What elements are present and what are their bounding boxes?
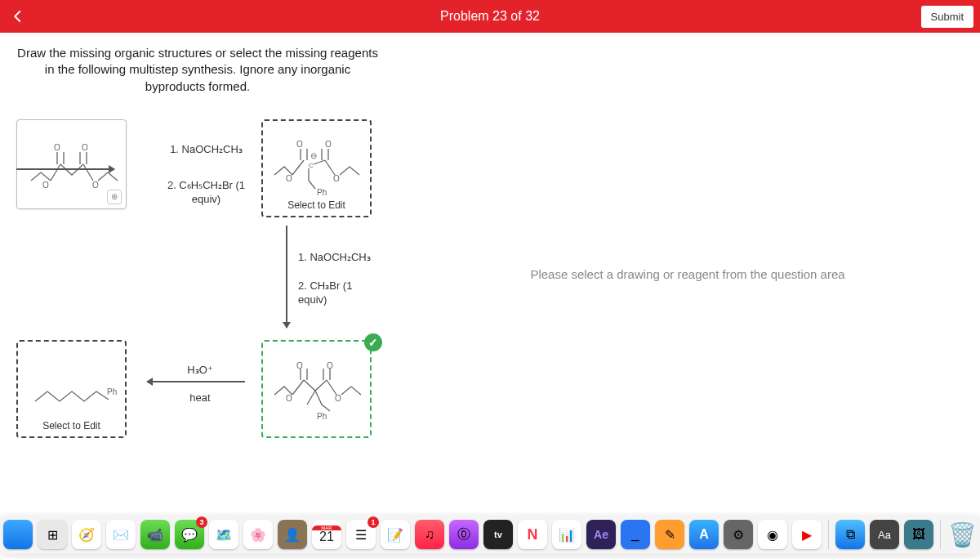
dock-item-news[interactable]: N bbox=[518, 520, 547, 549]
dock-item-finder[interactable] bbox=[3, 520, 33, 549]
reaction-arrow-2 bbox=[286, 226, 287, 328]
svg-text:Ph: Ph bbox=[107, 387, 117, 396]
dock: ⊞🧭✉️📹💬3🗺️🌸👤MAR21☰1📝♫⓪tvN📊Ae⎯✎A⚙◉▶⧉Aa🖼🗑️ bbox=[0, 515, 980, 554]
reagent-step1-line1: 1. NaOCH₂CH₃ bbox=[155, 142, 257, 157]
dock-item-calendar[interactable]: MAR21 bbox=[312, 520, 341, 549]
molecule-benzyl-malonate-icon: OO ⊖ O C O Ph bbox=[268, 136, 366, 201]
dock-item-facetime[interactable]: 📹 bbox=[140, 520, 170, 549]
reagent-step3-line1: H₃O⁺ bbox=[176, 363, 225, 378]
dock-item-mail[interactable]: ✉️ bbox=[106, 520, 136, 549]
dock-item-preview[interactable]: 🖼 bbox=[904, 520, 933, 549]
reagent-step2-line1: 1. NaOCH₂CH₃ bbox=[298, 250, 371, 265]
dock-separator bbox=[828, 520, 829, 549]
question-panel: Draw the missing organic structures or s… bbox=[0, 33, 395, 515]
synthesis-diagram: OO O O ⊕ 1. NaOCH₂CH₃ 2. C₆H₅CH₂Br (1 eq… bbox=[16, 119, 392, 471]
svg-text:O: O bbox=[325, 140, 332, 149]
dock-item-numbers[interactable]: 📊 bbox=[552, 520, 581, 549]
svg-text:O: O bbox=[92, 181, 99, 190]
body: Draw the missing organic structures or s… bbox=[0, 33, 980, 515]
select-to-edit-label-1: Select to Edit bbox=[263, 199, 370, 211]
calendar-day: 21 bbox=[319, 530, 334, 543]
badge: 3 bbox=[196, 517, 207, 528]
structure-intermediate-2[interactable]: OO O O Ph bbox=[261, 340, 372, 438]
svg-text:O: O bbox=[333, 174, 340, 183]
select-to-edit-label-2: Select to Edit bbox=[18, 420, 125, 432]
molecule-malonate-icon: OO O O bbox=[23, 136, 121, 193]
question-text: Draw the missing organic structures or s… bbox=[16, 45, 379, 95]
dock-item-trash[interactable]: 🗑️ bbox=[947, 520, 977, 549]
dock-item-notes[interactable]: 📝 bbox=[381, 520, 410, 549]
svg-text:O: O bbox=[335, 394, 341, 403]
dock-item-after-effects[interactable]: Ae bbox=[586, 520, 616, 549]
dock-item-maps[interactable]: 🗺️ bbox=[209, 520, 238, 549]
dock-item-keynote[interactable]: ⎯ bbox=[621, 520, 650, 549]
structure-product[interactable]: Ph Select to Edit bbox=[16, 340, 127, 438]
dock-item-font-book[interactable]: Aa bbox=[870, 520, 899, 549]
dock-item-music[interactable]: ♫ bbox=[415, 520, 444, 549]
submit-button[interactable]: Submit bbox=[921, 6, 973, 28]
dock-separator-2 bbox=[940, 520, 941, 549]
badge: 1 bbox=[368, 517, 379, 528]
svg-text:⊖: ⊖ bbox=[310, 151, 317, 160]
svg-text:Ph: Ph bbox=[317, 188, 327, 197]
reaction-arrow-1 bbox=[16, 168, 114, 170]
svg-text:O: O bbox=[54, 143, 60, 152]
molecule-methyl-benzyl-malonate-icon: OO O O Ph bbox=[268, 354, 366, 423]
dock-item-settings[interactable]: ⚙ bbox=[724, 520, 753, 549]
dock-item-podcasts[interactable]: ⓪ bbox=[449, 520, 479, 549]
svg-text:O: O bbox=[42, 181, 49, 190]
dock-item-chrome[interactable]: ◉ bbox=[758, 520, 787, 549]
dock-item-screensharing[interactable]: ⧉ bbox=[835, 520, 865, 549]
arrow-left-icon bbox=[11, 9, 25, 24]
svg-text:O: O bbox=[286, 394, 292, 403]
dock-item-tv[interactable]: tv bbox=[483, 520, 513, 549]
dock-item-pages[interactable]: ✎ bbox=[655, 520, 684, 549]
dock-item-photos[interactable]: 🌸 bbox=[243, 520, 273, 549]
svg-text:O: O bbox=[296, 140, 303, 149]
svg-text:O: O bbox=[286, 174, 292, 183]
reagent-step2-line2: 2. CH₃Br (1 equiv) bbox=[298, 279, 368, 307]
zoom-icon[interactable]: ⊕ bbox=[107, 190, 122, 204]
editor-placeholder-text: Please select a drawing or reagent from … bbox=[530, 267, 844, 281]
editor-panel: Please select a drawing or reagent from … bbox=[395, 33, 980, 515]
dock-item-messages[interactable]: 💬3 bbox=[175, 520, 204, 549]
dock-item-contacts[interactable]: 👤 bbox=[278, 520, 307, 549]
reagent-step1-line2: 2. C₆H₅CH₂Br (1 equiv) bbox=[155, 178, 257, 207]
svg-text:Ph: Ph bbox=[317, 412, 327, 421]
dock-item-safari[interactable]: 🧭 bbox=[72, 520, 101, 549]
page-title: Problem 23 of 32 bbox=[440, 9, 540, 24]
reagent-step3-line2: heat bbox=[176, 391, 225, 405]
dock-item-appstore[interactable]: A bbox=[689, 520, 719, 549]
dock-item-reminders[interactable]: ☰1 bbox=[346, 520, 376, 549]
svg-text:O: O bbox=[296, 361, 303, 370]
svg-text:O: O bbox=[82, 143, 88, 152]
checkmark-icon: ✓ bbox=[364, 333, 382, 351]
structure-start[interactable]: OO O O ⊕ bbox=[16, 119, 127, 209]
structure-intermediate-1[interactable]: OO ⊖ O C O Ph Select to Edit bbox=[261, 119, 372, 217]
svg-text:C: C bbox=[309, 162, 314, 169]
dock-item-launchpad[interactable]: ⊞ bbox=[38, 520, 67, 549]
header: Problem 23 of 32 Submit bbox=[0, 0, 980, 33]
dock-item-youtube[interactable]: ▶ bbox=[792, 520, 822, 549]
molecule-product-icon: Ph bbox=[23, 360, 121, 418]
reaction-arrow-3 bbox=[147, 381, 245, 382]
back-button[interactable] bbox=[8, 7, 28, 26]
